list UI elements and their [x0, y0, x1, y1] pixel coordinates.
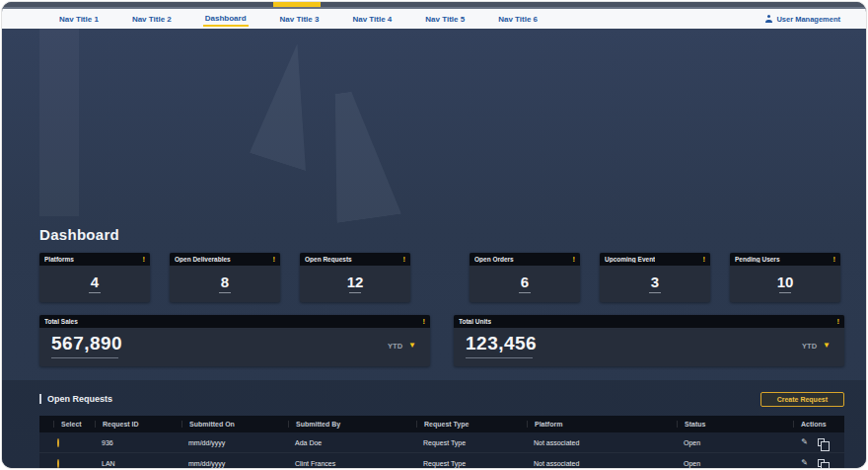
alert-icon[interactable]: ! [143, 255, 146, 264]
top-strip [2, 2, 866, 9]
platform-cell: Not associated [527, 460, 677, 467]
column-header: Submitted By [288, 421, 416, 428]
stat-card-label: Pending Users [735, 256, 780, 263]
select-radio[interactable] [57, 459, 59, 468]
nav-item[interactable]: Nav Title 1 [57, 12, 101, 26]
actions-cell: ✎ [793, 438, 844, 446]
stat-card[interactable]: Upcoming Event ! 3 [600, 253, 710, 302]
total-card-header: Total Sales ! [39, 315, 430, 328]
stat-card-body: 10 [730, 266, 840, 302]
stat-card-header: Open Requests ! [300, 253, 410, 266]
nav-item[interactable]: Nav Title 3 [278, 12, 322, 26]
alert-icon[interactable]: ! [573, 255, 576, 264]
period-label: YTD [802, 342, 817, 351]
stat-card[interactable]: Platforms ! 4 [39, 253, 150, 302]
section-header: Open Requests Create Request [39, 388, 844, 410]
background-crane-art [319, 81, 444, 223]
stat-card-body: 3 [600, 266, 710, 302]
submitted-by-cell: Ada Doe [288, 439, 416, 446]
column-header: Actions [793, 421, 844, 428]
column-header: Platform [527, 421, 677, 428]
top-strip-highlight [273, 2, 321, 7]
stat-card-label: Upcoming Event [605, 256, 655, 263]
total-card-value: 123,456 [466, 334, 537, 354]
alert-icon[interactable]: ! [703, 255, 706, 264]
page-title: Dashboard [39, 226, 844, 243]
stat-card-dash [219, 292, 231, 293]
platform-cell: Not associated [527, 439, 677, 446]
top-navbar: Nav Title 1 Nav Title 2 Dashboard Nav Ti… [2, 9, 866, 29]
period-dropdown[interactable]: YTD ▼ [388, 342, 416, 351]
nav-items: Nav Title 1 Nav Title 2 Dashboard Nav Ti… [57, 9, 540, 29]
total-card[interactable]: Total Units ! 123,456 YTD ▼ [454, 315, 844, 366]
total-value-wrap: 567,890 [51, 334, 122, 358]
alert-icon[interactable]: ! [833, 255, 836, 264]
stat-card-value: 10 [777, 274, 794, 289]
nav-item[interactable]: Nav Title 5 [423, 12, 467, 26]
submitted-on-cell: mm/dd/yyyy [181, 439, 288, 446]
stat-card[interactable]: Open Orders ! 6 [470, 253, 580, 302]
total-card-underline [51, 357, 118, 358]
totals-row: Total Sales ! 567,890 YTD ▼ [39, 315, 844, 366]
nav-item[interactable]: Dashboard [203, 11, 249, 27]
table-header-row: Select Request ID Submitted On Submitted… [39, 416, 844, 432]
alert-icon[interactable]: ! [837, 317, 840, 326]
select-radio[interactable] [57, 438, 59, 447]
nav-item[interactable]: Nav Title 2 [130, 12, 174, 26]
stat-card-row: Platforms ! 4 Open Deliverables ! [39, 253, 844, 302]
stat-card-label: Open Orders [474, 256, 514, 263]
request-id-cell: 936 [95, 439, 181, 446]
column-header: Status [677, 421, 793, 428]
stat-card-value: 6 [521, 274, 529, 289]
total-card[interactable]: Total Sales ! 567,890 YTD ▼ [39, 315, 430, 366]
alert-icon[interactable]: ! [403, 255, 406, 264]
column-header: Request Type [416, 421, 527, 428]
user-management-label: User Management [776, 15, 840, 24]
copy-icon[interactable] [818, 459, 825, 467]
select-cell [53, 439, 95, 446]
stat-card-label: Open Requests [305, 256, 352, 263]
open-requests-table: Select Request ID Submitted On Submitted… [39, 416, 844, 468]
status-cell: Open [677, 460, 793, 467]
request-id-cell: LAN [95, 460, 181, 467]
total-card-value: 567,890 [51, 334, 122, 354]
stat-card[interactable]: Pending Users ! 10 [730, 253, 840, 302]
alert-icon[interactable]: ! [423, 317, 426, 326]
actions-cell: ✎ [793, 459, 844, 467]
stat-card-dash [89, 292, 101, 293]
user-management-button[interactable]: User Management [764, 15, 840, 24]
caret-down-icon: ▼ [823, 342, 831, 350]
stat-card-value: 4 [91, 274, 99, 289]
status-cell: Open [677, 439, 793, 446]
stat-card[interactable]: Open Requests ! 12 [300, 253, 410, 302]
edit-icon[interactable]: ✎ [801, 438, 808, 446]
stat-card-header: Pending Users ! [730, 253, 840, 266]
app-window: Nav Title 1 Nav Title 2 Dashboard Nav Ti… [2, 2, 866, 468]
caret-down-icon: ▼ [408, 342, 416, 350]
nav-item[interactable]: Nav Title 4 [350, 12, 394, 26]
section-title: Open Requests [39, 394, 112, 404]
main-content: Dashboard Platforms ! 4 [2, 29, 866, 468]
table-row[interactable]: LAN mm/dd/yyyy Clint Frances Request Typ… [39, 453, 844, 468]
total-card-label: Total Sales [44, 318, 78, 325]
user-icon [764, 15, 772, 23]
submitted-on-cell: mm/dd/yyyy [181, 460, 288, 467]
column-header: Submitted On [181, 421, 288, 428]
background-airplane-art [250, 40, 342, 172]
column-header: Request ID [95, 421, 181, 428]
stat-card-value: 3 [651, 274, 659, 289]
nav-item[interactable]: Nav Title 6 [496, 12, 540, 26]
create-request-button[interactable]: Create Request [760, 392, 844, 407]
stat-card-dash [519, 292, 531, 293]
period-dropdown[interactable]: YTD ▼ [802, 342, 831, 351]
alert-icon[interactable]: ! [273, 255, 276, 264]
stat-card[interactable]: Open Deliverables ! 8 [170, 253, 280, 302]
edit-icon[interactable]: ✎ [801, 459, 808, 467]
stat-card-value: 12 [347, 274, 364, 289]
total-card-underline [466, 357, 533, 358]
copy-icon[interactable] [818, 438, 825, 446]
total-card-body: 123,456 YTD ▼ [454, 328, 844, 358]
total-value-wrap: 123,456 [466, 334, 537, 358]
stat-card-header: Open Orders ! [470, 253, 580, 266]
table-row[interactable]: 936 mm/dd/yyyy Ada Doe Request Type Not … [39, 432, 844, 453]
